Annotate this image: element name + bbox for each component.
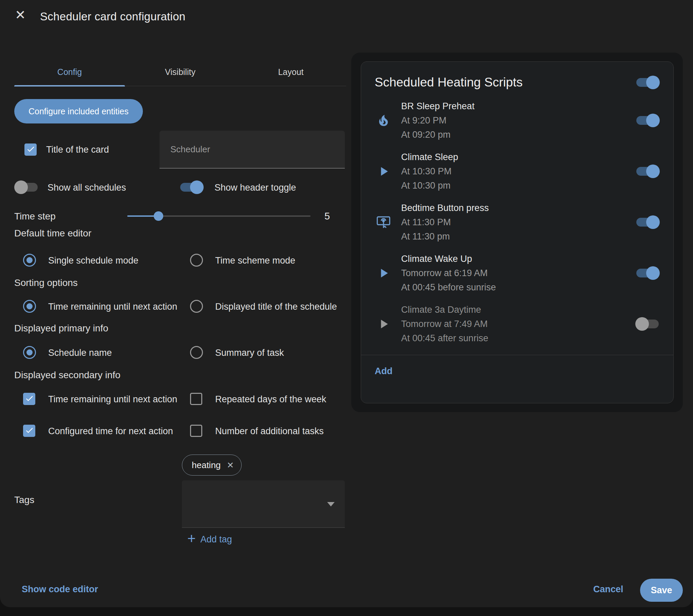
show-all-schedules-label: Show all schedules — [48, 182, 126, 193]
tab-bar: Config Visibility Layout — [14, 58, 346, 86]
play-icon — [375, 164, 392, 179]
add-tag-button[interactable]: + Add tag — [187, 529, 232, 550]
schedule-text: Climate Wake Up Tomorrow at 6:19 AM At 0… — [401, 252, 626, 294]
schedule-row: Climate 3a Daytime Tomorrow at 7:49 AM A… — [361, 299, 673, 349]
schedule-row: BR Sleep Preheat At 9:20 PM At 09:20 pm — [361, 95, 673, 146]
slider-knob[interactable] — [154, 211, 163, 221]
section-default-time-editor: Default time editor — [14, 228, 91, 239]
preview-panel: Scheduled Heating Scripts BR Sleep Prehe… — [351, 53, 683, 412]
card-title-input[interactable] — [160, 131, 345, 169]
schedule-toggle[interactable] — [635, 215, 660, 229]
schedule-name: Climate Wake Up — [401, 252, 626, 266]
radio-schedule-name[interactable] — [23, 346, 36, 359]
schedule-toggle[interactable] — [635, 317, 660, 331]
toggle-knob[interactable] — [14, 180, 28, 194]
radio-sort-time-remaining-label: Time remaining until next action — [48, 302, 177, 312]
checkbox-additional-tasks-label: Number of additional tasks — [215, 426, 324, 437]
card-header-toggle[interactable] — [635, 76, 660, 89]
schedule-name: Bedtime Button press — [401, 201, 626, 215]
radio-sort-displayed-title-label: Displayed title of the schedule — [215, 302, 337, 312]
time-step-label: Time step — [14, 211, 56, 222]
schedule-row: Bedtime Button press At 11:30 PM At 11:3… — [361, 197, 673, 248]
checkbox-configured-time[interactable] — [23, 425, 35, 437]
check-icon — [25, 394, 34, 404]
schedule-detail: At 11:30 pm — [401, 229, 626, 244]
schedule-text: Bedtime Button press At 11:30 PM At 11:3… — [401, 201, 626, 244]
add-tag-label: Add tag — [201, 534, 232, 545]
radio-time-scheme-mode-label: Time scheme mode — [215, 255, 295, 266]
checkbox-time-remaining[interactable] — [23, 393, 35, 405]
toggle-knob[interactable] — [646, 165, 660, 178]
schedule-name: Climate 3a Daytime — [401, 303, 626, 317]
checkbox-configured-time-label: Configured time for next action — [48, 426, 173, 437]
show-header-toggle[interactable] — [179, 180, 204, 194]
preview-card-title: Scheduled Heating Scripts — [375, 75, 523, 90]
tag-chip-label: heating — [192, 460, 221, 470]
remove-tag-icon[interactable]: ✕ — [227, 461, 234, 469]
tab-visibility[interactable]: Visibility — [125, 58, 236, 86]
show-code-editor-button[interactable]: Show code editor — [22, 584, 98, 595]
schedule-time: At 11:30 PM — [401, 215, 626, 229]
tab-config[interactable]: Config — [14, 58, 125, 86]
schedule-time: Tomorrow at 6:19 AM — [401, 266, 626, 280]
button-press-icon — [375, 215, 392, 230]
schedule-time: At 10:30 PM — [401, 164, 626, 178]
chevron-down-icon — [327, 502, 335, 506]
schedule-toggle[interactable] — [635, 165, 660, 178]
tag-chip-heating[interactable]: heating ✕ — [182, 455, 242, 476]
radio-sort-time-remaining[interactable] — [23, 300, 36, 313]
schedule-detail: At 00:45 before sunrise — [401, 280, 626, 294]
fire-icon — [375, 113, 392, 128]
schedule-toggle[interactable] — [635, 114, 660, 127]
save-button[interactable]: Save — [640, 579, 683, 602]
toggle-knob[interactable] — [646, 266, 660, 280]
dialog-title: Scheduler card configuration — [40, 10, 186, 23]
radio-summary-of-task[interactable] — [190, 346, 203, 359]
schedule-detail: At 00:45 after sunrise — [401, 331, 626, 345]
checkbox-additional-tasks[interactable] — [190, 425, 202, 437]
check-icon — [26, 145, 35, 155]
schedule-name: Climate Sleep — [401, 150, 626, 164]
preview-card-header: Scheduled Heating Scripts — [361, 62, 673, 95]
add-schedule-button[interactable]: Add — [361, 355, 673, 387]
toggle-knob[interactable] — [646, 76, 660, 89]
cancel-button[interactable]: Cancel — [593, 584, 623, 595]
section-sorting-options: Sorting options — [14, 277, 78, 288]
toggle-knob[interactable] — [190, 180, 204, 194]
tags-label: Tags — [14, 495, 34, 505]
schedule-detail: At 10:30 pm — [401, 178, 626, 193]
toggle-knob[interactable] — [646, 114, 660, 127]
checkbox-time-remaining-label: Time remaining until next action — [48, 394, 177, 405]
check-icon — [25, 426, 34, 436]
schedule-time: Tomorrow at 7:49 AM — [401, 317, 626, 331]
schedule-text: BR Sleep Preheat At 9:20 PM At 09:20 pm — [401, 99, 626, 142]
tags-select[interactable] — [182, 480, 345, 528]
play-icon — [375, 316, 392, 331]
title-of-card-label: Title of the card — [46, 145, 109, 155]
checkbox-repeated-days[interactable] — [190, 393, 202, 405]
schedule-text: Climate Sleep At 10:30 PM At 10:30 pm — [401, 150, 626, 193]
schedule-toggle[interactable] — [635, 266, 660, 280]
show-all-schedules-toggle[interactable] — [14, 180, 39, 194]
configure-included-entities-button[interactable]: Configure included entities — [14, 99, 143, 123]
play-icon — [375, 266, 392, 281]
radio-sort-displayed-title[interactable] — [190, 300, 203, 313]
schedule-time: At 9:20 PM — [401, 113, 626, 128]
section-displayed-primary-info: Displayed primary info — [14, 323, 108, 334]
schedule-row: Climate Wake Up Tomorrow at 6:19 AM At 0… — [361, 248, 673, 299]
radio-time-scheme-mode[interactable] — [190, 254, 203, 267]
show-header-toggle-label: Show header toggle — [214, 182, 296, 193]
schedule-row: Climate Sleep At 10:30 PM At 10:30 pm — [361, 146, 673, 197]
toggle-knob[interactable] — [635, 317, 649, 331]
toggle-knob[interactable] — [646, 215, 660, 229]
radio-single-schedule-mode[interactable] — [23, 254, 36, 267]
close-icon[interactable]: ✕ — [12, 6, 29, 24]
schedule-name: BR Sleep Preheat — [401, 99, 626, 113]
tab-layout[interactable]: Layout — [236, 58, 346, 86]
scheduler-card-config-dialog: ✕ Scheduler card configuration Config Vi… — [0, 0, 693, 607]
title-of-card-checkbox[interactable] — [24, 143, 37, 156]
schedule-text: Climate 3a Daytime Tomorrow at 7:49 AM A… — [401, 303, 626, 345]
plus-icon: + — [187, 532, 196, 546]
radio-summary-of-task-label: Summary of task — [215, 348, 284, 358]
time-step-slider[interactable] — [127, 209, 311, 223]
